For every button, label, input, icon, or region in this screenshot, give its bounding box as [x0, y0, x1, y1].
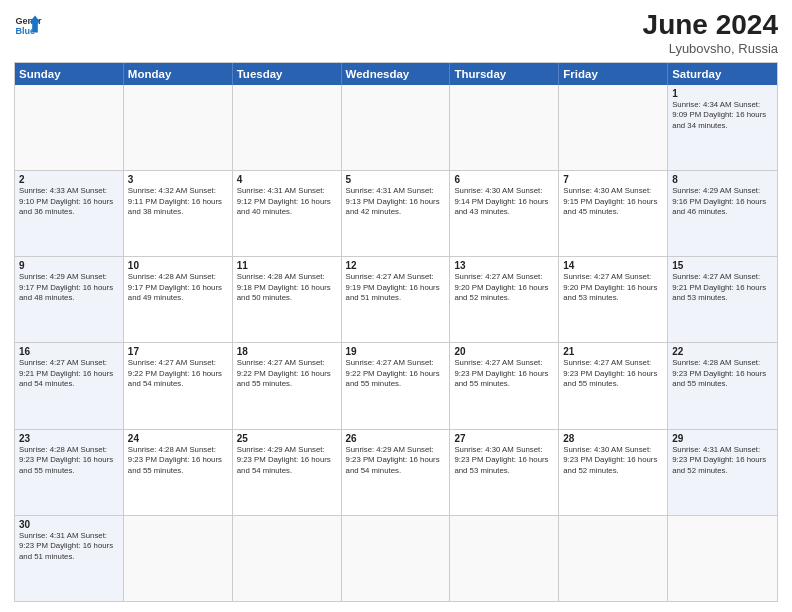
calendar-cell: 6Sunrise: 4:30 AM Sunset: 9:14 PM Daylig…: [450, 171, 559, 256]
day-number: 16: [19, 346, 119, 357]
day-number: 4: [237, 174, 337, 185]
logo: General Blue: [14, 10, 42, 38]
day-info: Sunrise: 4:31 AM Sunset: 9:23 PM Dayligh…: [672, 445, 773, 477]
day-number: 22: [672, 346, 773, 357]
calendar-cell: 19Sunrise: 4:27 AM Sunset: 9:22 PM Dayli…: [342, 343, 451, 428]
day-info: Sunrise: 4:29 AM Sunset: 9:17 PM Dayligh…: [19, 272, 119, 304]
calendar-week-1: 2Sunrise: 4:33 AM Sunset: 9:10 PM Daylig…: [15, 170, 777, 256]
calendar-title: June 2024: [643, 10, 778, 41]
calendar-cell: 29Sunrise: 4:31 AM Sunset: 9:23 PM Dayli…: [668, 430, 777, 515]
day-number: 19: [346, 346, 446, 357]
day-info: Sunrise: 4:30 AM Sunset: 9:15 PM Dayligh…: [563, 186, 663, 218]
calendar-cell: 8Sunrise: 4:29 AM Sunset: 9:16 PM Daylig…: [668, 171, 777, 256]
day-number: 25: [237, 433, 337, 444]
calendar-cell: [124, 85, 233, 170]
day-info: Sunrise: 4:31 AM Sunset: 9:13 PM Dayligh…: [346, 186, 446, 218]
calendar-cell: [450, 85, 559, 170]
calendar-cell: 10Sunrise: 4:28 AM Sunset: 9:17 PM Dayli…: [124, 257, 233, 342]
day-number: 12: [346, 260, 446, 271]
header-cell-monday: Monday: [124, 63, 233, 85]
day-number: 21: [563, 346, 663, 357]
day-info: Sunrise: 4:27 AM Sunset: 9:22 PM Dayligh…: [128, 358, 228, 390]
calendar-cell: 18Sunrise: 4:27 AM Sunset: 9:22 PM Dayli…: [233, 343, 342, 428]
calendar-header-row: SundayMondayTuesdayWednesdayThursdayFrid…: [15, 63, 777, 85]
day-info: Sunrise: 4:28 AM Sunset: 9:18 PM Dayligh…: [237, 272, 337, 304]
day-number: 6: [454, 174, 554, 185]
day-number: 1: [672, 88, 773, 99]
calendar-cell: 14Sunrise: 4:27 AM Sunset: 9:20 PM Dayli…: [559, 257, 668, 342]
day-info: Sunrise: 4:27 AM Sunset: 9:21 PM Dayligh…: [672, 272, 773, 304]
calendar-cell: 23Sunrise: 4:28 AM Sunset: 9:23 PM Dayli…: [15, 430, 124, 515]
day-number: 24: [128, 433, 228, 444]
day-number: 13: [454, 260, 554, 271]
calendar-cell: 26Sunrise: 4:29 AM Sunset: 9:23 PM Dayli…: [342, 430, 451, 515]
day-number: 9: [19, 260, 119, 271]
day-number: 20: [454, 346, 554, 357]
calendar-cell: 28Sunrise: 4:30 AM Sunset: 9:23 PM Dayli…: [559, 430, 668, 515]
calendar-cell: [668, 516, 777, 601]
header: General Blue June 2024 Lyubovsho, Russia: [14, 10, 778, 56]
day-info: Sunrise: 4:31 AM Sunset: 9:12 PM Dayligh…: [237, 186, 337, 218]
calendar-cell: 7Sunrise: 4:30 AM Sunset: 9:15 PM Daylig…: [559, 171, 668, 256]
calendar-body: 1Sunrise: 4:34 AM Sunset: 9:09 PM Daylig…: [15, 85, 777, 601]
day-number: 2: [19, 174, 119, 185]
calendar-cell: 11Sunrise: 4:28 AM Sunset: 9:18 PM Dayli…: [233, 257, 342, 342]
calendar-cell: [15, 85, 124, 170]
calendar-cell: [342, 85, 451, 170]
calendar-subtitle: Lyubovsho, Russia: [643, 41, 778, 56]
calendar-week-0: 1Sunrise: 4:34 AM Sunset: 9:09 PM Daylig…: [15, 85, 777, 170]
day-info: Sunrise: 4:27 AM Sunset: 9:19 PM Dayligh…: [346, 272, 446, 304]
calendar-cell: [559, 85, 668, 170]
calendar-cell: [342, 516, 451, 601]
calendar-cell: 20Sunrise: 4:27 AM Sunset: 9:23 PM Dayli…: [450, 343, 559, 428]
svg-text:Blue: Blue: [15, 26, 35, 36]
day-info: Sunrise: 4:28 AM Sunset: 9:23 PM Dayligh…: [19, 445, 119, 477]
calendar-cell: 25Sunrise: 4:29 AM Sunset: 9:23 PM Dayli…: [233, 430, 342, 515]
calendar: SundayMondayTuesdayWednesdayThursdayFrid…: [14, 62, 778, 602]
calendar-cell: 16Sunrise: 4:27 AM Sunset: 9:21 PM Dayli…: [15, 343, 124, 428]
calendar-week-4: 23Sunrise: 4:28 AM Sunset: 9:23 PM Dayli…: [15, 429, 777, 515]
day-number: 10: [128, 260, 228, 271]
calendar-cell: 22Sunrise: 4:28 AM Sunset: 9:23 PM Dayli…: [668, 343, 777, 428]
day-info: Sunrise: 4:31 AM Sunset: 9:23 PM Dayligh…: [19, 531, 119, 563]
day-info: Sunrise: 4:27 AM Sunset: 9:22 PM Dayligh…: [237, 358, 337, 390]
day-info: Sunrise: 4:27 AM Sunset: 9:20 PM Dayligh…: [563, 272, 663, 304]
calendar-cell: [559, 516, 668, 601]
calendar-cell: 12Sunrise: 4:27 AM Sunset: 9:19 PM Dayli…: [342, 257, 451, 342]
day-info: Sunrise: 4:28 AM Sunset: 9:23 PM Dayligh…: [672, 358, 773, 390]
calendar-cell: 3Sunrise: 4:32 AM Sunset: 9:11 PM Daylig…: [124, 171, 233, 256]
calendar-cell: 17Sunrise: 4:27 AM Sunset: 9:22 PM Dayli…: [124, 343, 233, 428]
day-info: Sunrise: 4:27 AM Sunset: 9:21 PM Dayligh…: [19, 358, 119, 390]
day-number: 26: [346, 433, 446, 444]
day-number: 3: [128, 174, 228, 185]
day-info: Sunrise: 4:27 AM Sunset: 9:23 PM Dayligh…: [563, 358, 663, 390]
title-block: June 2024 Lyubovsho, Russia: [643, 10, 778, 56]
calendar-cell: 9Sunrise: 4:29 AM Sunset: 9:17 PM Daylig…: [15, 257, 124, 342]
page: General Blue June 2024 Lyubovsho, Russia…: [0, 0, 792, 612]
day-number: 28: [563, 433, 663, 444]
day-info: Sunrise: 4:33 AM Sunset: 9:10 PM Dayligh…: [19, 186, 119, 218]
day-info: Sunrise: 4:32 AM Sunset: 9:11 PM Dayligh…: [128, 186, 228, 218]
calendar-cell: 13Sunrise: 4:27 AM Sunset: 9:20 PM Dayli…: [450, 257, 559, 342]
calendar-cell: [233, 85, 342, 170]
day-info: Sunrise: 4:29 AM Sunset: 9:23 PM Dayligh…: [346, 445, 446, 477]
header-cell-sunday: Sunday: [15, 63, 124, 85]
day-number: 18: [237, 346, 337, 357]
calendar-cell: [450, 516, 559, 601]
day-info: Sunrise: 4:30 AM Sunset: 9:23 PM Dayligh…: [563, 445, 663, 477]
calendar-cell: 5Sunrise: 4:31 AM Sunset: 9:13 PM Daylig…: [342, 171, 451, 256]
calendar-cell: 4Sunrise: 4:31 AM Sunset: 9:12 PM Daylig…: [233, 171, 342, 256]
header-cell-tuesday: Tuesday: [233, 63, 342, 85]
generalblue-logo-icon: General Blue: [14, 10, 42, 38]
day-number: 7: [563, 174, 663, 185]
day-info: Sunrise: 4:27 AM Sunset: 9:20 PM Dayligh…: [454, 272, 554, 304]
day-number: 5: [346, 174, 446, 185]
day-number: 30: [19, 519, 119, 530]
calendar-week-2: 9Sunrise: 4:29 AM Sunset: 9:17 PM Daylig…: [15, 256, 777, 342]
day-number: 8: [672, 174, 773, 185]
calendar-cell: 1Sunrise: 4:34 AM Sunset: 9:09 PM Daylig…: [668, 85, 777, 170]
calendar-cell: 24Sunrise: 4:28 AM Sunset: 9:23 PM Dayli…: [124, 430, 233, 515]
day-number: 29: [672, 433, 773, 444]
day-info: Sunrise: 4:28 AM Sunset: 9:23 PM Dayligh…: [128, 445, 228, 477]
calendar-cell: [124, 516, 233, 601]
